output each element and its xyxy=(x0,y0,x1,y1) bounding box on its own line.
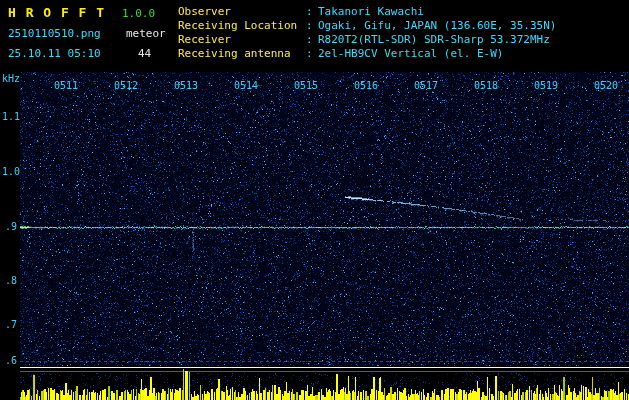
datetime-label: 25.10.11 05:10 xyxy=(8,47,101,60)
info-row-receiver: Receiver:R820T2(RTL-SDR) SDR-Sharp 53.37… xyxy=(178,33,556,47)
info-row-location: Receiving Location:Ogaki, Gifu, JAPAN (1… xyxy=(178,19,556,33)
hrofft-window: H R O F F T 1.0.0 2510110510.png meteor … xyxy=(0,0,629,400)
time-tick-0511: 0511 xyxy=(54,80,78,91)
freq-tick-p6: .6 xyxy=(5,355,17,366)
freq-tick-1p1: 1.1 xyxy=(2,111,20,122)
time-tick-0517: 0517 xyxy=(414,80,438,91)
info-label: Receiving Location xyxy=(178,19,306,33)
info-separator: : xyxy=(306,5,318,19)
freq-tick-p9: .9 xyxy=(5,221,17,232)
info-separator: : xyxy=(306,47,318,61)
info-separator: : xyxy=(306,33,318,47)
mode-label: meteor xyxy=(126,27,166,40)
time-tick-0513: 0513 xyxy=(174,80,198,91)
time-tick-0520: 0520 xyxy=(594,80,618,91)
output-filename: 2510110510.png xyxy=(8,27,101,40)
freq-tick-p8: .8 xyxy=(5,275,17,286)
info-value: 2el-HB9CV Vertical (el. E-W) xyxy=(318,47,503,61)
info-row-observer: Observer:Takanori Kawachi xyxy=(178,5,556,19)
info-value: Ogaki, Gifu, JAPAN (136.60E, 35.35N) xyxy=(318,19,556,33)
info-label: Receiver xyxy=(178,33,306,47)
info-label: Observer xyxy=(178,5,306,19)
freq-tick-1p0: 1.0 xyxy=(2,166,20,177)
info-value: Takanori Kawachi xyxy=(318,5,424,19)
station-info: Observer:Takanori Kawachi Receiving Loca… xyxy=(178,5,556,61)
time-tick-0519: 0519 xyxy=(534,80,558,91)
app-version: 1.0.0 xyxy=(122,7,155,20)
app-title: H R O F F T xyxy=(8,5,105,20)
time-tick-0515: 0515 xyxy=(294,80,318,91)
echo-count: 44 xyxy=(138,47,151,60)
info-value: R820T2(RTL-SDR) SDR-Sharp 53.372MHz xyxy=(318,33,550,47)
time-tick-0512: 0512 xyxy=(114,80,138,91)
freq-tick-p7: .7 xyxy=(5,319,17,330)
freq-tick-kHz: kHz xyxy=(2,73,20,84)
info-row-antenna: Receiving antenna:2el-HB9CV Vertical (el… xyxy=(178,47,556,61)
info-label: Receiving antenna xyxy=(178,47,306,61)
info-separator: : xyxy=(306,19,318,33)
time-tick-0516: 0516 xyxy=(354,80,378,91)
time-tick-0518: 0518 xyxy=(474,80,498,91)
time-tick-0514: 0514 xyxy=(234,80,258,91)
